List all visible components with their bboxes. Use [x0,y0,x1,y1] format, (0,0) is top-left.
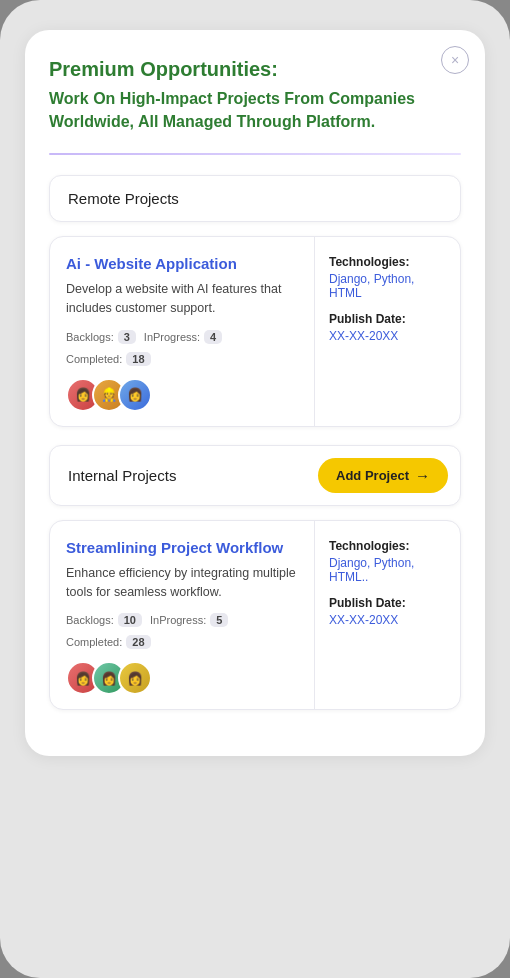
internal-section-header: Internal Projects Add Project → [49,445,461,506]
publish-label-remote: Publish Date: [329,312,446,326]
project-left-internal: Streamlining Project Workflow Enhance ef… [50,521,315,710]
project-desc-internal: Enhance efficiency by integrating multip… [66,564,298,602]
publish-label-internal: Publish Date: [329,596,446,610]
page-subtitle: Work On High-Impact Projects From Compan… [49,87,461,133]
project-card-internal: Streamlining Project Workflow Enhance ef… [49,520,461,711]
completed-label-remote: Completed: [66,353,122,365]
project-desc-remote: Develop a website with AI features that … [66,280,298,318]
page-title: Premium Opportunities: [49,58,461,81]
internal-section-label: Internal Projects [68,467,176,484]
technologies-value-remote: Django, Python, HTML [329,272,446,300]
close-button[interactable]: × [441,46,469,74]
publish-value-internal: XX-XX-20XX [329,613,446,627]
project-stats-internal: Backlogs: 10 InProgress: 5 Completed: 28 [66,613,298,649]
stat-completed-internal: Completed: 28 [66,635,151,649]
phone-frame: × Premium Opportunities: Work On High-Im… [0,0,510,978]
close-icon: × [451,53,459,67]
publish-value-remote: XX-XX-20XX [329,329,446,343]
header-divider [49,153,461,155]
stat-backlogs-internal: Backlogs: 10 [66,613,142,627]
project-title-internal: Streamlining Project Workflow [66,539,298,556]
backlogs-value-remote: 3 [118,330,136,344]
add-project-label: Add Project [336,468,409,483]
project-stats-remote: Backlogs: 3 InProgress: 4 Completed: 18 [66,330,298,366]
project-left-remote: Ai - Website Application Develop a websi… [50,237,315,426]
inprogress-label-internal: InProgress: [150,614,206,626]
backlogs-value-internal: 10 [118,613,142,627]
avatar-3-remote: 👩 [118,378,152,412]
inprogress-label-remote: InProgress: [144,331,200,343]
project-card-remote: Ai - Website Application Develop a websi… [49,236,461,427]
add-project-button[interactable]: Add Project → [318,458,448,493]
completed-label-internal: Completed: [66,636,122,648]
stat-backlogs-remote: Backlogs: 3 [66,330,136,344]
completed-value-remote: 18 [126,352,150,366]
main-card: × Premium Opportunities: Work On High-Im… [25,30,485,756]
avatars-remote: 👩 👷 👩 [66,378,298,412]
backlogs-label-remote: Backlogs: [66,331,114,343]
inprogress-value-remote: 4 [204,330,222,344]
completed-value-internal: 28 [126,635,150,649]
remote-section-label: Remote Projects [49,175,461,222]
project-right-remote: Technologies: Django, Python, HTML Publi… [315,237,460,426]
stat-completed-remote: Completed: 18 [66,352,151,366]
technologies-label-remote: Technologies: [329,255,446,269]
avatar-3-internal: 👩 [118,661,152,695]
stat-inprogress-remote: InProgress: 4 [144,330,222,344]
project-right-internal: Technologies: Django, Python, HTML.. Pub… [315,521,460,710]
project-title-remote: Ai - Website Application [66,255,298,272]
inprogress-value-internal: 5 [210,613,228,627]
technologies-label-internal: Technologies: [329,539,446,553]
stat-inprogress-internal: InProgress: 5 [150,613,228,627]
technologies-value-internal: Django, Python, HTML.. [329,556,446,584]
add-project-arrow-icon: → [415,467,430,484]
backlogs-label-internal: Backlogs: [66,614,114,626]
avatars-internal: 👩 👩 👩 [66,661,298,695]
